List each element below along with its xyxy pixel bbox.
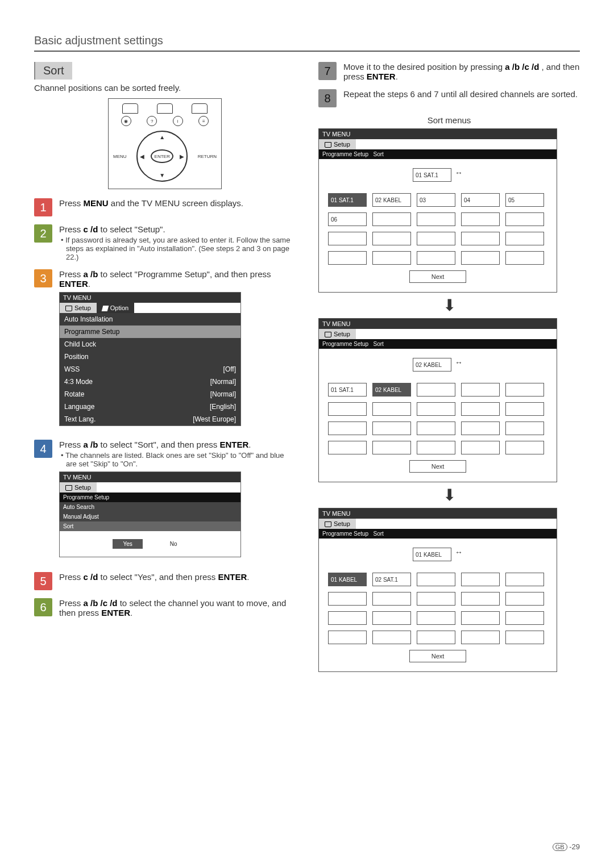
arrow-up-icon: ▲ <box>159 134 165 140</box>
sort-slot[interactable] <box>328 232 367 245</box>
yes-button[interactable]: Yes <box>113 539 142 549</box>
sort-slot[interactable] <box>417 422 455 435</box>
sort-slot[interactable] <box>417 232 455 245</box>
sort-slot[interactable] <box>328 402 367 416</box>
tab-option[interactable]: Option <box>97 303 134 313</box>
sort-slot[interactable] <box>461 441 500 454</box>
sort-slot[interactable] <box>461 573 500 586</box>
page-footer: GB -29 <box>553 842 580 851</box>
sort-slot[interactable] <box>417 441 455 454</box>
tab-setup[interactable]: Setup <box>319 329 356 339</box>
list-item[interactable]: Position <box>60 350 240 363</box>
sort-slot[interactable] <box>372 631 411 644</box>
sort-slot[interactable] <box>505 232 544 245</box>
step-number: 1 <box>34 198 52 216</box>
list-item[interactable]: 4:3 Mode[Normal] <box>60 375 240 388</box>
list-item[interactable]: Auto Search <box>60 502 240 512</box>
sort-slot[interactable] <box>461 422 500 435</box>
sort-slot[interactable] <box>505 212 544 226</box>
sort-slot[interactable]: 02 KABEL <box>372 193 411 207</box>
sort-slot[interactable]: 02 SAT.1 <box>372 573 411 586</box>
list-item[interactable]: Programme Setup <box>60 326 240 338</box>
sort-slot[interactable] <box>505 611 544 625</box>
sort-slot[interactable]: 05 <box>505 193 544 207</box>
list-item[interactable]: Child Lock <box>60 338 240 350</box>
sort-slot[interactable] <box>461 631 500 644</box>
sort-slot[interactable] <box>505 402 544 416</box>
list-item[interactable]: WSS[Off] <box>60 363 240 375</box>
sort-slot[interactable]: 01 SAT.1 <box>328 383 367 397</box>
sort-slot[interactable] <box>328 441 367 454</box>
sort-slot[interactable] <box>461 212 500 226</box>
step-text: Press a /b /c /d to select the channel y… <box>59 598 296 617</box>
sort-slot[interactable]: 02 KABEL <box>372 383 411 397</box>
list-item[interactable]: Rotate[Normal] <box>60 388 240 400</box>
remote-icon: ◉ <box>121 116 131 126</box>
sort-slot[interactable] <box>417 631 455 644</box>
step-2: 2 Press c /d to select "Setup". • If pas… <box>34 224 296 261</box>
sort-slot[interactable] <box>505 251 544 265</box>
sort-slot[interactable] <box>328 631 367 644</box>
sort-slot[interactable] <box>417 212 455 226</box>
sort-slot[interactable] <box>417 383 455 397</box>
sort-slot[interactable] <box>505 592 544 606</box>
next-button[interactable]: Next <box>409 270 466 283</box>
tab-setup[interactable]: Setup <box>319 519 356 529</box>
sort-slot[interactable] <box>372 441 411 454</box>
sort-highlight-slot[interactable]: 01 SAT.1 <box>413 168 451 182</box>
sort-slot[interactable] <box>505 631 544 644</box>
tv-menu-title: TV MENU <box>60 293 240 303</box>
sort-slot[interactable] <box>372 402 411 416</box>
sort-slot[interactable] <box>372 212 411 226</box>
sort-slot[interactable] <box>328 592 367 606</box>
list-item[interactable]: Language[English] <box>60 400 240 413</box>
step-text: Press a /b to select "Programme Setup", … <box>59 269 296 432</box>
remote-button <box>122 103 138 114</box>
sort-slot[interactable] <box>328 251 367 265</box>
sort-highlight-slot[interactable]: 01 KABEL <box>413 548 451 561</box>
sort-slot[interactable]: 04 <box>461 193 500 207</box>
sort-slot[interactable] <box>417 251 455 265</box>
next-button[interactable]: Next <box>409 460 466 473</box>
tab-setup[interactable]: Setup <box>60 482 97 493</box>
list-item[interactable]: Auto Installation <box>60 313 240 326</box>
tab-setup[interactable]: Setup <box>60 303 97 313</box>
step-6: 6 Press a /b /c /d to select the channel… <box>34 598 296 617</box>
sort-slot[interactable] <box>461 402 500 416</box>
sort-slot[interactable] <box>372 232 411 245</box>
sort-slot[interactable] <box>372 592 411 606</box>
sort-slot[interactable] <box>505 383 544 397</box>
sort-slot[interactable] <box>372 251 411 265</box>
arrow-down-icon: ▼ <box>159 172 165 178</box>
sort-slot[interactable] <box>328 611 367 625</box>
step-text: Press c /d to select "Setup". • If passw… <box>59 224 296 261</box>
next-button[interactable]: Next <box>409 650 466 662</box>
sort-slot[interactable] <box>461 232 500 245</box>
sort-slot[interactable] <box>417 611 455 625</box>
sort-slot[interactable] <box>461 383 500 397</box>
sort-slot[interactable] <box>461 251 500 265</box>
sort-slot[interactable] <box>461 611 500 625</box>
sort-slot[interactable] <box>417 573 455 586</box>
sort-slot[interactable]: 01 SAT.1 <box>328 193 367 207</box>
tv-icon <box>65 485 72 491</box>
step-number: 7 <box>318 62 337 80</box>
list-item[interactable]: Sort <box>60 521 240 531</box>
sort-slot[interactable] <box>328 422 367 435</box>
sort-highlight-slot[interactable]: 02 KABEL <box>413 358 451 372</box>
sort-slot[interactable]: 01 KABEL <box>328 573 367 586</box>
no-button[interactable]: No <box>160 539 188 549</box>
sort-slot[interactable]: 06 <box>328 212 367 226</box>
sort-slot[interactable] <box>461 592 500 606</box>
sort-slot[interactable]: 03 <box>417 193 455 207</box>
sort-slot[interactable] <box>505 573 544 586</box>
sort-slot[interactable] <box>372 611 411 625</box>
sort-slot[interactable] <box>505 422 544 435</box>
sort-slot[interactable] <box>417 592 455 606</box>
tab-setup[interactable]: Setup <box>319 139 356 149</box>
sort-slot[interactable] <box>505 441 544 454</box>
list-item[interactable]: Text Lang.[West Europe] <box>60 413 240 425</box>
sort-slot[interactable] <box>372 422 411 435</box>
sort-slot[interactable] <box>417 402 455 416</box>
list-item[interactable]: Manual Adjust <box>60 512 240 521</box>
